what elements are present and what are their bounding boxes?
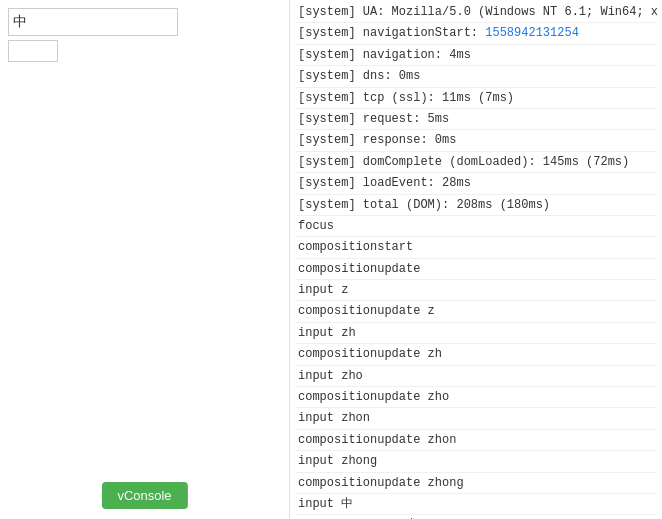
- log-line: input z: [296, 280, 656, 301]
- log-line: compositionupdate zh: [296, 344, 656, 365]
- log-line: [system] domComplete (domLoaded): 145ms …: [296, 152, 656, 173]
- log-panel: [system] UA: Mozilla/5.0 (Windows NT 6.1…: [290, 0, 662, 519]
- log-line: compositionupdate zhon: [296, 430, 656, 451]
- log-line: compositionupdate zho: [296, 387, 656, 408]
- log-line: [system] dns: 0ms: [296, 66, 656, 87]
- log-line: input zhon: [296, 408, 656, 429]
- chinese-input-box[interactable]: 中: [8, 8, 178, 36]
- left-panel: 中 vConsole: [0, 0, 290, 519]
- log-line: compositionend 中: [296, 515, 656, 519]
- log-line: compositionupdate zhong: [296, 473, 656, 494]
- nav-start-link[interactable]: 1558942131254: [485, 26, 579, 40]
- log-line: focus: [296, 216, 656, 237]
- log-line: [system] request: 5ms: [296, 109, 656, 130]
- log-line: [system] UA: Mozilla/5.0 (Windows NT 6.1…: [296, 2, 656, 23]
- log-line: input zhong: [296, 451, 656, 472]
- log-line: [system] response: 0ms: [296, 130, 656, 151]
- log-line: [system] navigationStart: 1558942131254: [296, 23, 656, 44]
- log-line: compositionupdate z: [296, 301, 656, 322]
- input-value: 中: [13, 13, 27, 31]
- log-line: [system] total (DOM): 208ms (180ms): [296, 195, 656, 216]
- log-line: input 中: [296, 494, 656, 515]
- log-line: compositionstart: [296, 237, 656, 258]
- log-line: [system] navigation: 4ms: [296, 45, 656, 66]
- log-line: [system] loadEvent: 28ms: [296, 173, 656, 194]
- log-line: [system] tcp (ssl): 11ms (7ms): [296, 88, 656, 109]
- log-line: compositionupdate: [296, 259, 656, 280]
- vconsole-button[interactable]: vConsole: [101, 482, 187, 509]
- log-line: input zh: [296, 323, 656, 344]
- select-box[interactable]: [8, 40, 58, 62]
- log-line: input zho: [296, 366, 656, 387]
